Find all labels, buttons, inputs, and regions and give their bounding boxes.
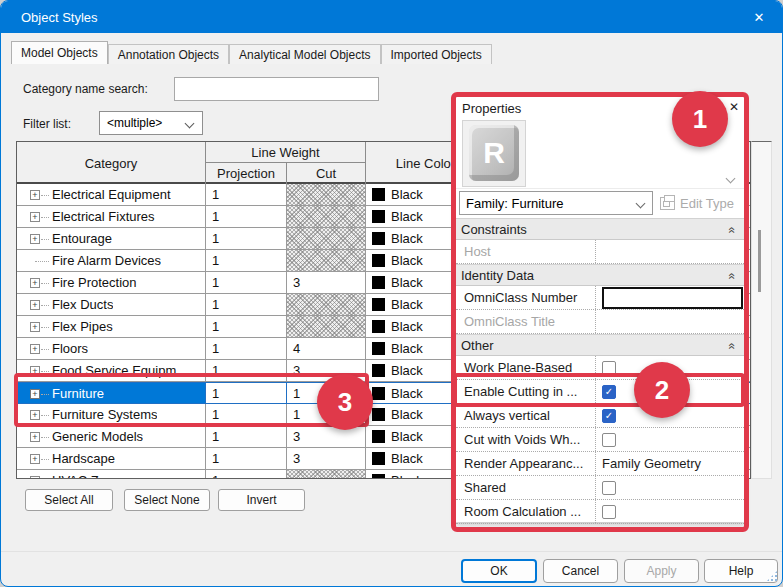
projection-cell[interactable]: 1 bbox=[206, 382, 287, 404]
room-calculation-checkbox[interactable] bbox=[602, 505, 616, 519]
expand-icon[interactable]: + bbox=[30, 454, 40, 464]
ok-button[interactable]: OK bbox=[461, 559, 537, 583]
collapse-chevrons-icon[interactable]: « bbox=[726, 343, 740, 350]
expand-icon[interactable]: + bbox=[30, 322, 40, 332]
property-value bbox=[596, 476, 744, 499]
projection-cell[interactable]: 1 bbox=[206, 316, 287, 338]
category-cell[interactable]: +Flex Ducts bbox=[17, 294, 206, 316]
cut-cell[interactable] bbox=[287, 470, 366, 479]
projection-cell[interactable]: 1 bbox=[206, 206, 287, 228]
work-plane-based-checkbox[interactable] bbox=[602, 361, 616, 375]
cut-with-voids-wh-checkbox[interactable] bbox=[602, 433, 616, 447]
properties-close-icon[interactable]: ✕ bbox=[729, 100, 739, 114]
select-all-button[interactable]: Select All bbox=[25, 489, 113, 511]
family-selector[interactable]: Family: Furniture bbox=[459, 191, 653, 215]
category-label: HVAC Zones bbox=[52, 473, 127, 479]
projection-cell[interactable]: 1 bbox=[206, 250, 287, 272]
category-cell[interactable]: +Fire Protection bbox=[17, 272, 206, 294]
projection-cell[interactable]: 1 bbox=[206, 228, 287, 250]
close-icon[interactable]: ✕ bbox=[736, 1, 782, 33]
category-cell[interactable]: Fire Alarm Devices bbox=[17, 250, 206, 272]
expand-icon[interactable]: + bbox=[30, 476, 40, 479]
select-none-button[interactable]: Select None bbox=[124, 489, 210, 511]
section-header-constraints[interactable]: Constraints« bbox=[456, 218, 744, 240]
expand-icon[interactable]: + bbox=[30, 410, 40, 420]
category-cell[interactable]: +HVAC Zones bbox=[17, 470, 206, 479]
projection-cell[interactable]: 1 bbox=[206, 272, 287, 294]
expand-icon[interactable]: + bbox=[30, 389, 40, 399]
category-search-input[interactable] bbox=[174, 77, 379, 101]
type-preview[interactable]: R bbox=[456, 119, 744, 189]
shared-checkbox[interactable] bbox=[602, 481, 616, 495]
edit-type-button[interactable]: Edit Type bbox=[660, 191, 742, 215]
category-cell[interactable]: +Flex Pipes bbox=[17, 316, 206, 338]
projection-cell[interactable]: 1 bbox=[206, 360, 287, 382]
category-cell[interactable]: +Generic Models bbox=[17, 426, 206, 448]
category-cell[interactable]: +Furniture Systems bbox=[17, 404, 206, 426]
color-label: Black bbox=[391, 319, 423, 334]
column-header-cut[interactable]: Cut bbox=[287, 163, 366, 184]
expand-icon[interactable]: + bbox=[30, 300, 40, 310]
column-header-projection[interactable]: Projection bbox=[206, 163, 287, 184]
section-header-identity-data[interactable]: Identity Data« bbox=[456, 264, 744, 286]
category-cell[interactable]: +Electrical Fixtures bbox=[17, 206, 206, 228]
category-cell[interactable]: +Hardscape bbox=[17, 448, 206, 470]
cut-cell[interactable]: 1 bbox=[287, 404, 366, 426]
section-header-other[interactable]: Other« bbox=[456, 334, 744, 356]
projection-cell[interactable]: 1 bbox=[206, 426, 287, 448]
enable-cutting-in-checkbox[interactable]: ✓ bbox=[602, 385, 616, 399]
projection-cell[interactable]: 1 bbox=[206, 294, 287, 316]
dialog-title: Object Styles bbox=[21, 10, 98, 25]
tab-annotation-objects[interactable]: Annotation Objects bbox=[108, 44, 229, 64]
property-value bbox=[596, 356, 744, 379]
category-cell[interactable]: +Food Service Equipm... bbox=[17, 360, 206, 382]
category-cell[interactable]: +Entourage bbox=[17, 228, 206, 250]
projection-cell[interactable]: 1 bbox=[206, 404, 287, 426]
projection-cell[interactable]: 1 bbox=[206, 338, 287, 360]
projection-cell[interactable]: 1 bbox=[206, 184, 287, 206]
cut-cell[interactable] bbox=[287, 206, 366, 228]
render-appearanc-value[interactable]: Family Geometry bbox=[602, 456, 701, 471]
column-header-category[interactable]: Category bbox=[17, 142, 206, 184]
expand-icon[interactable]: + bbox=[30, 190, 40, 200]
category-cell[interactable]: +Furniture bbox=[17, 382, 206, 404]
tree-connector bbox=[35, 261, 49, 262]
cut-cell[interactable] bbox=[287, 294, 366, 316]
collapse-chevrons-icon[interactable]: « bbox=[726, 273, 740, 280]
invert-button[interactable]: Invert bbox=[218, 489, 305, 511]
cut-cell[interactable]: 3 bbox=[287, 360, 366, 382]
category-cell[interactable]: +Electrical Equipment bbox=[17, 184, 206, 206]
property-value bbox=[596, 286, 744, 309]
tree-connector bbox=[41, 283, 49, 284]
cut-cell[interactable]: 1 bbox=[287, 382, 366, 404]
expand-icon[interactable]: + bbox=[30, 366, 40, 376]
expand-icon[interactable]: + bbox=[30, 432, 40, 442]
cut-cell[interactable] bbox=[287, 184, 366, 206]
cut-cell[interactable]: 3 bbox=[287, 272, 366, 294]
cut-cell[interactable]: 4 bbox=[287, 338, 366, 360]
type-selector-chevron-icon[interactable] bbox=[726, 174, 736, 184]
omniclass-number-input[interactable] bbox=[602, 287, 743, 309]
always-vertical-checkbox[interactable]: ✓ bbox=[602, 409, 616, 423]
collapse-chevrons-icon[interactable]: « bbox=[726, 227, 740, 234]
projection-cell[interactable]: 1 bbox=[206, 470, 287, 479]
cancel-button[interactable]: Cancel bbox=[543, 559, 618, 583]
expand-icon[interactable]: + bbox=[30, 212, 40, 222]
table-vertical-scrollbar[interactable] bbox=[751, 141, 772, 479]
projection-cell[interactable]: 1 bbox=[206, 448, 287, 470]
cut-cell[interactable] bbox=[287, 228, 366, 250]
expand-icon[interactable]: + bbox=[30, 278, 40, 288]
category-cell[interactable]: +Floors bbox=[17, 338, 206, 360]
tab-model-objects[interactable]: Model Objects bbox=[11, 41, 108, 64]
scrollbar-thumb[interactable] bbox=[758, 230, 761, 292]
tab-analytical-model-objects[interactable]: Analytical Model Objects bbox=[229, 44, 380, 64]
tab-imported-objects[interactable]: Imported Objects bbox=[381, 44, 492, 64]
cut-cell[interactable]: 3 bbox=[287, 426, 366, 448]
expand-icon[interactable]: + bbox=[30, 234, 40, 244]
cut-cell[interactable] bbox=[287, 316, 366, 338]
expand-icon[interactable]: + bbox=[30, 344, 40, 354]
cut-cell[interactable] bbox=[287, 250, 366, 272]
help-button[interactable]: Help bbox=[704, 559, 778, 583]
filter-list-select[interactable]: <multiple> bbox=[99, 111, 203, 135]
cut-cell[interactable]: 3 bbox=[287, 448, 366, 470]
